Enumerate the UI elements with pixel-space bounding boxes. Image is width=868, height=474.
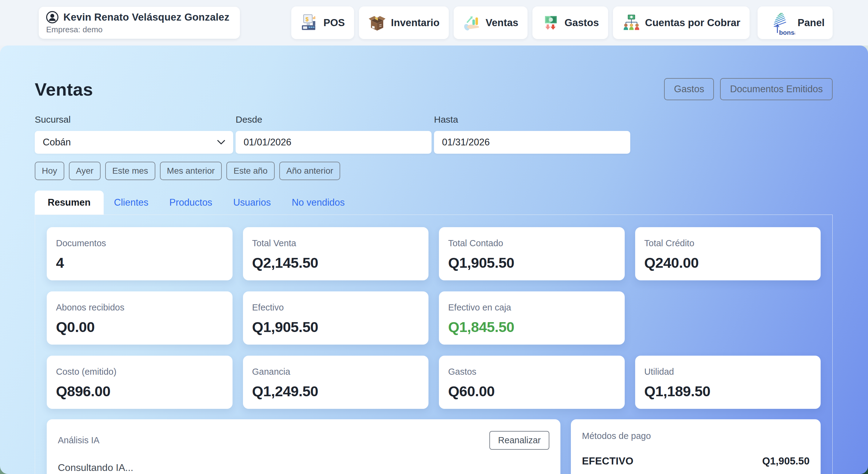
sucursal-label: Sucursal [35, 114, 233, 125]
metodos-de-pago-card: Métodos de pago EFECTIVO Q1,905.50 [571, 419, 820, 474]
quick-este-ano-button[interactable]: Este año [226, 162, 275, 180]
stat-card-gastos: Gastos Q60.00 [439, 356, 625, 409]
tab-bar: Resumen Clientes Productos Usuarios No v… [35, 191, 833, 214]
payment-row: EFECTIVO Q1,905.50 [582, 455, 810, 467]
resumen-tab-panel: Documentos 4 Total Venta Q2,145.50 Total… [35, 214, 833, 474]
stat-card-ganancia: Ganancia Q1,249.50 [243, 356, 429, 409]
pos-register-icon: $ [301, 14, 318, 32]
quick-ayer-button[interactable]: Ayer [69, 162, 100, 180]
payment-amount: Q1,905.50 [762, 455, 810, 467]
sales-hand-chart-icon [463, 14, 481, 32]
tab-resumen[interactable]: Resumen [35, 191, 104, 214]
nav-label: Gastos [564, 17, 599, 29]
nav-button-inventario[interactable]: Inventario [359, 6, 449, 39]
desde-label: Desde [236, 114, 432, 125]
filters-row: Sucursal Cobán Desde Hasta [35, 114, 833, 154]
title-actions: Gastos Documentos Emitidos [664, 78, 833, 100]
nav-button-pos[interactable]: $ POS [291, 6, 354, 39]
nav-label: Ventas [486, 17, 518, 29]
nav-label: Panel [798, 17, 825, 29]
chevron-down-icon [217, 140, 225, 145]
analisis-ia-card: Análisis IA Reanalizar Consultando IA... [47, 419, 560, 474]
gastos-button[interactable]: Gastos [664, 78, 714, 100]
nav-button-panel[interactable]: bonsai Panel [757, 6, 833, 39]
stat-card-utilidad: Utilidad Q1,189.50 [635, 356, 821, 409]
nav-button-ventas[interactable]: Ventas [454, 6, 527, 39]
main-sheet: Ventas Gastos Documentos Emitidos Sucurs… [0, 45, 868, 474]
svg-text:$: $ [306, 16, 309, 23]
filter-hasta: Hasta [434, 114, 630, 154]
quick-este-mes-button[interactable]: Este mes [105, 162, 155, 180]
quick-hoy-button[interactable]: Hoy [35, 162, 64, 180]
bonsai-brand-text: bonsai [779, 29, 795, 36]
analisis-ia-title: Análisis IA [58, 435, 99, 445]
nav-label: Inventario [391, 17, 439, 29]
inventory-box-icon [368, 14, 386, 32]
quick-ano-anterior-button[interactable]: Año anterior [279, 162, 341, 180]
hasta-label: Hasta [434, 114, 630, 125]
nav-button-cuentas-por-cobrar[interactable]: Cuentas por Cobrar [613, 6, 750, 39]
stat-card-total-venta: Total Venta Q2,145.50 [243, 227, 429, 280]
filter-sucursal: Sucursal Cobán [35, 114, 233, 154]
reanalizar-button[interactable]: Reanalizar [489, 431, 549, 450]
user-name: Kevin Renato Velásquez Gonzalez [63, 11, 229, 23]
stat-card-total-contado: Total Contado Q1,905.50 [439, 227, 625, 280]
user-chip[interactable]: Kevin Renato Velásquez Gonzalez Empresa:… [39, 7, 240, 39]
stat-card-efectivo-en-caja: Efectivo en caja Q1,845.50 [439, 292, 625, 345]
stat-card-costo-emitido: Costo (emitido) Q896.00 [47, 356, 232, 409]
stat-card-efectivo: Efectivo Q1,905.50 [243, 292, 429, 345]
nav-button-gastos[interactable]: Gastos [532, 6, 608, 39]
filter-desde: Desde [236, 114, 432, 154]
analisis-ia-status: Consultando IA... [58, 462, 549, 473]
quick-range-row: Hoy Ayer Este mes Mes anterior Este año … [35, 162, 833, 180]
grid-spacer [635, 292, 821, 345]
top-navbar: Kevin Renato Velásquez Gonzalez Empresa:… [0, 0, 868, 45]
documentos-emitidos-button[interactable]: Documentos Emitidos [720, 78, 833, 100]
bonsai-logo-icon: bonsai [766, 9, 795, 37]
stat-card-documentos: Documentos 4 [47, 227, 232, 280]
user-company: Empresa: demo [45, 25, 229, 34]
metodos-de-pago-title: Métodos de pago [582, 431, 810, 441]
user-avatar-icon [45, 10, 59, 24]
stat-card-abonos-recibidos: Abonos recibidos Q0.00 [47, 292, 232, 345]
page-title: Ventas [35, 79, 93, 100]
expenses-money-down-icon [541, 14, 559, 32]
receivables-people-icon [622, 14, 640, 32]
stat-cards-grid: Documentos 4 Total Venta Q2,145.50 Total… [47, 227, 820, 409]
nav-label: POS [323, 17, 345, 29]
bottom-panels: Análisis IA Reanalizar Consultando IA...… [47, 419, 820, 474]
sucursal-select[interactable]: Cobán [35, 131, 233, 154]
payment-method: EFECTIVO [582, 455, 633, 467]
tab-no-vendidos[interactable]: No vendidos [281, 191, 355, 214]
tab-clientes[interactable]: Clientes [104, 191, 159, 214]
stat-card-total-credito: Total Crédito Q240.00 [635, 227, 821, 280]
hasta-date-input[interactable] [434, 131, 630, 154]
quick-mes-anterior-button[interactable]: Mes anterior [160, 162, 222, 180]
sucursal-selected-value: Cobán [43, 137, 71, 148]
tab-productos[interactable]: Productos [159, 191, 223, 214]
desde-date-input[interactable] [236, 131, 432, 154]
nav-label: Cuentas por Cobrar [645, 17, 740, 29]
tab-usuarios[interactable]: Usuarios [223, 191, 281, 214]
nav-menu: $ POS [291, 6, 833, 39]
